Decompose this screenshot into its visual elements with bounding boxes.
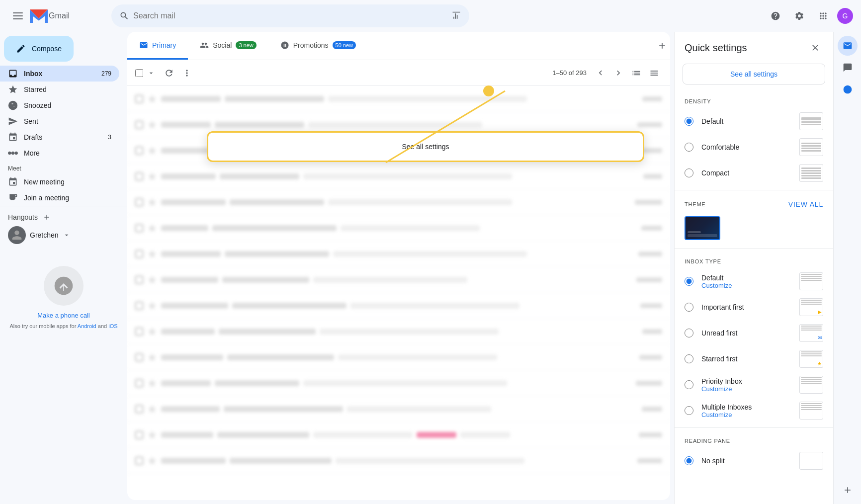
inbox-priority-customize-link[interactable]: Customize [701, 385, 791, 393]
right-tab-chat[interactable] [838, 58, 858, 78]
inbox-type-important-radio[interactable] [685, 303, 693, 312]
select-dropdown-button[interactable] [143, 65, 159, 81]
add-tab-button[interactable] [654, 38, 670, 54]
inbox-type-multiple[interactable]: Multiple Inboxes Customize [675, 398, 833, 423]
table-row[interactable] [127, 267, 670, 293]
density-compact-radio[interactable] [685, 168, 693, 177]
hamburger-menu-icon[interactable] [8, 6, 28, 26]
inbox-type-starred-radio[interactable] [685, 354, 693, 363]
star-icon[interactable] [147, 352, 157, 362]
inbox-type-unread-radio[interactable] [685, 329, 693, 337]
sidebar-item-starred[interactable]: Starred [0, 82, 119, 97]
email-checkbox[interactable] [135, 379, 143, 387]
inbox-multiple-customize-link[interactable]: Customize [701, 411, 791, 419]
star-icon[interactable] [147, 146, 157, 156]
settings-button[interactable] [789, 6, 809, 26]
density-option-comfortable[interactable]: Comfortable [675, 134, 833, 160]
density-default-radio[interactable] [685, 117, 693, 126]
email-checkbox[interactable] [135, 276, 143, 284]
sidebar-item-drafts[interactable]: Drafts 3 [0, 129, 119, 145]
compose-button[interactable]: Compose [4, 36, 74, 62]
tab-primary[interactable]: Primary [127, 32, 188, 60]
inbox-type-priority-radio[interactable] [685, 380, 693, 389]
table-row[interactable] [127, 396, 670, 422]
star-icon[interactable] [147, 171, 157, 181]
table-row[interactable] [127, 86, 670, 112]
email-checkbox[interactable] [135, 302, 143, 310]
search-input[interactable] [133, 11, 447, 20]
more-options-button[interactable] [179, 65, 195, 81]
star-icon[interactable] [147, 430, 157, 440]
email-checkbox[interactable] [135, 95, 143, 103]
right-tab-spaces[interactable] [838, 80, 858, 99]
see-all-settings-highlight[interactable]: See all settings [207, 131, 644, 162]
email-checkbox[interactable] [135, 405, 143, 413]
sidebar-item-new-meeting[interactable]: New meeting [0, 174, 119, 190]
inbox-type-priority[interactable]: Priority Inbox Customize [675, 372, 833, 398]
inbox-type-multiple-radio[interactable] [685, 406, 693, 415]
email-checkbox[interactable] [135, 353, 143, 361]
search-bar[interactable] [111, 4, 469, 27]
reading-pane-no-split-radio[interactable] [685, 456, 693, 465]
table-row[interactable] [127, 189, 670, 215]
tab-promotions[interactable]: Promotions 50 new [268, 32, 368, 60]
hangout-user-item[interactable]: Gretchen [0, 224, 127, 246]
email-checkbox[interactable] [135, 328, 143, 336]
sidebar-item-join-meeting[interactable]: Join a meeting [0, 190, 119, 206]
email-checkbox[interactable] [135, 198, 143, 206]
sidebar-item-inbox[interactable]: Inbox 279 [0, 66, 119, 82]
star-icon[interactable] [147, 249, 157, 259]
inbox-type-unread-first[interactable]: Unread first ✉ [675, 320, 833, 346]
star-icon[interactable] [147, 223, 157, 233]
sidebar-item-snoozed[interactable]: Snoozed [0, 97, 119, 113]
table-row[interactable] [127, 422, 670, 448]
star-icon[interactable] [147, 301, 157, 311]
email-checkbox[interactable] [135, 431, 143, 439]
email-checkbox[interactable] [135, 457, 143, 465]
table-row[interactable] [127, 241, 670, 267]
star-icon[interactable] [147, 120, 157, 130]
star-icon[interactable] [147, 456, 157, 466]
tab-social[interactable]: Social 3 new [188, 32, 268, 60]
select-all-checkbox[interactable] [135, 69, 143, 77]
table-row[interactable] [127, 215, 670, 241]
density-option-compact[interactable]: Compact [675, 160, 833, 186]
reading-pane-no-split[interactable]: No split [675, 448, 833, 474]
inbox-type-important-first[interactable]: Important first ▶ [675, 294, 833, 320]
table-row[interactable] [127, 293, 670, 319]
next-page-button[interactable] [610, 65, 626, 81]
inbox-type-starred-first[interactable]: Starred first ★ [675, 346, 833, 372]
star-icon[interactable] [147, 378, 157, 388]
refresh-button[interactable] [161, 65, 177, 81]
email-checkbox[interactable] [135, 172, 143, 180]
email-checkbox[interactable] [135, 250, 143, 258]
table-row[interactable] [127, 164, 670, 189]
star-icon[interactable] [147, 327, 157, 336]
add-hangout-button[interactable] [42, 212, 52, 222]
density-comfortable-radio[interactable] [685, 143, 693, 152]
list-view-button[interactable] [628, 65, 644, 81]
right-tab-mail[interactable] [838, 36, 858, 56]
sidebar-item-sent[interactable]: Sent [0, 113, 119, 129]
table-row[interactable] [127, 370, 670, 396]
email-checkbox[interactable] [135, 147, 143, 155]
android-link[interactable]: Android [78, 323, 96, 329]
star-icon[interactable] [147, 275, 157, 285]
apps-button[interactable] [813, 6, 833, 26]
inbox-type-default-radio[interactable] [685, 277, 693, 286]
star-icon[interactable] [147, 404, 157, 414]
inbox-default-customize-link[interactable]: Customize [701, 282, 791, 289]
current-theme-thumbnail[interactable] [685, 216, 720, 240]
view-options-button[interactable] [646, 65, 662, 81]
table-row[interactable] [127, 319, 670, 344]
prev-page-button[interactable] [593, 65, 608, 81]
user-avatar[interactable]: G [837, 8, 853, 24]
star-icon[interactable] [147, 94, 157, 104]
star-icon[interactable] [147, 197, 157, 207]
density-option-default[interactable]: Default [675, 108, 833, 134]
inbox-type-default[interactable]: Default Customize [675, 268, 833, 294]
ios-link[interactable]: iOS [108, 323, 117, 329]
see-all-settings-button[interactable]: See all settings [683, 64, 825, 84]
table-row[interactable] [127, 448, 670, 474]
table-row[interactable] [127, 344, 670, 370]
